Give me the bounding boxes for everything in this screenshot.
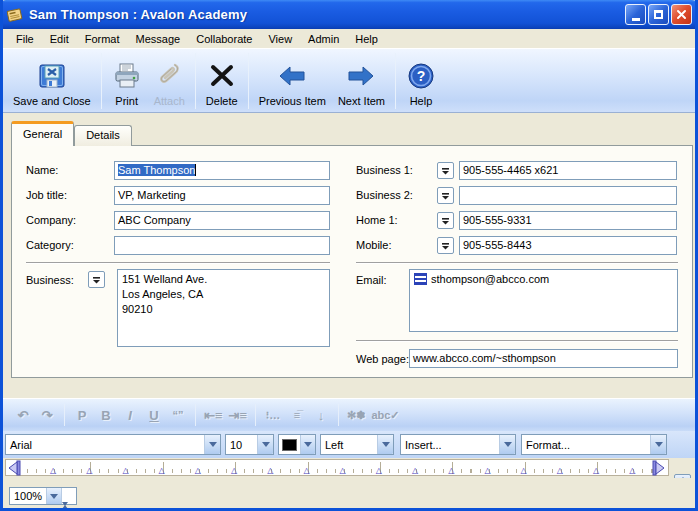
redo-icon[interactable]: ↷ (35, 404, 59, 426)
tab-stop-marker[interactable]: △ (412, 466, 418, 475)
home1-type-dropdown[interactable] (437, 212, 454, 229)
attach-button[interactable]: Attach (148, 53, 191, 109)
tab-stop-marker[interactable]: △ (448, 466, 454, 475)
paragraph-style-icon[interactable]: P (70, 404, 94, 426)
print-button[interactable]: Print (106, 53, 148, 109)
section-divider (26, 262, 330, 264)
format-combo[interactable]: Format... (521, 434, 667, 455)
category-label: Category: (26, 239, 74, 251)
menu-edit[interactable]: Edit (42, 31, 77, 47)
help-button[interactable]: ? Help (400, 53, 442, 109)
email-value: sthompson@abcco.com (431, 273, 549, 285)
dropdown-arrow-icon[interactable] (204, 435, 220, 454)
toolbar-separator (195, 404, 196, 426)
tab-stop-marker[interactable]: △ (629, 466, 635, 475)
font-size-combo[interactable]: 10 (225, 434, 274, 455)
category-input[interactable] (114, 236, 330, 255)
maximize-button[interactable] (648, 4, 669, 25)
business2-type-dropdown[interactable] (437, 187, 454, 204)
zoom-dropdown-button[interactable] (46, 488, 61, 504)
phone-type-dropdown-icon (441, 167, 450, 175)
email-list[interactable]: sthompson@abcco.com (409, 269, 678, 332)
insert-symbol-icon[interactable]: ✻✽ (344, 404, 368, 426)
tab-stop-marker[interactable]: △ (122, 466, 128, 475)
insert-value: Insert... (401, 439, 499, 451)
previous-item-button[interactable]: Previous Item (253, 53, 332, 109)
close-button[interactable] (671, 4, 692, 25)
format-value: Format... (522, 439, 650, 451)
italic-icon[interactable]: I (118, 404, 142, 426)
delete-button[interactable]: Delete (200, 53, 244, 109)
company-input[interactable]: ABC Company (114, 211, 330, 230)
job-title-input[interactable]: VP, Marketing (114, 186, 330, 205)
address-type-dropdown[interactable] (88, 271, 105, 288)
business1-input[interactable]: 905-555-4465 x621 (459, 161, 677, 180)
tab-stop-marker[interactable]: △ (593, 466, 599, 475)
contact-card-icon (6, 7, 24, 23)
font-family-combo[interactable]: Arial (5, 434, 221, 455)
menu-format[interactable]: Format (77, 31, 128, 47)
tab-details[interactable]: Details (74, 125, 132, 146)
title-bar[interactable]: Sam Thompson : Avalon Academy (0, 0, 698, 29)
tab-stop-icon[interactable]: ⁝… (261, 404, 285, 426)
toolbar-separator (248, 53, 249, 109)
tab-strip: General Details (11, 121, 132, 146)
dropdown-arrow-icon[interactable] (377, 435, 393, 454)
zoom-control[interactable]: 100% (9, 487, 77, 505)
business2-input[interactable] (459, 186, 677, 205)
left-indent-marker[interactable] (7, 460, 22, 480)
tab-stop-marker[interactable]: △ (231, 466, 237, 475)
save-and-close-button[interactable]: Save and Close (7, 53, 97, 109)
bold-icon[interactable]: B (94, 404, 118, 426)
tab-stop-marker[interactable]: △ (376, 466, 382, 475)
undo-icon[interactable]: ↶ (11, 404, 35, 426)
insert-combo[interactable]: Insert... (400, 434, 516, 455)
menu-collaborate[interactable]: Collaborate (188, 31, 260, 47)
underline-icon[interactable]: U (142, 404, 166, 426)
dropdown-arrow-icon[interactable] (499, 435, 515, 454)
tab-stop-marker[interactable]: △ (267, 466, 273, 475)
font-color-combo[interactable] (278, 434, 316, 455)
name-input[interactable]: Sam Thompson (114, 161, 330, 180)
quote-icon[interactable]: “” (166, 404, 190, 426)
menu-view[interactable]: View (260, 31, 300, 47)
tab-general[interactable]: General (11, 121, 74, 146)
spell-check-icon[interactable]: abc✓ (368, 404, 402, 426)
toolbar-button-label: Help (410, 95, 433, 107)
home1-input[interactable]: 905-555-9331 (459, 211, 677, 230)
menu-file[interactable]: File (8, 31, 42, 47)
font-family-value: Arial (6, 439, 204, 451)
tab-stop-marker[interactable]: △ (50, 466, 56, 475)
menu-help[interactable]: Help (347, 31, 386, 47)
dropdown-arrow-icon[interactable] (650, 435, 666, 454)
mobile-input[interactable]: 905-555-8443 (459, 236, 677, 255)
dropdown-arrow-icon[interactable] (257, 435, 273, 454)
business1-type-dropdown[interactable] (437, 162, 454, 179)
tab-stop-marker[interactable]: △ (557, 466, 563, 475)
menu-admin[interactable]: Admin (300, 31, 347, 47)
tab-stop-marker[interactable]: △ (521, 466, 527, 475)
move-down-icon[interactable]: ↓ (309, 404, 333, 426)
ruler[interactable]: △△△△△△△△△△△△△△△△△ (5, 459, 669, 476)
margin-icon[interactable]: ≡̅ (285, 404, 309, 426)
tab-stop-marker[interactable]: △ (195, 466, 201, 475)
menu-message[interactable]: Message (128, 31, 189, 47)
alignment-combo[interactable]: Left (320, 434, 394, 455)
business-address-textarea[interactable]: 151 Welland Ave. Los Angeles, CA 90210 (117, 269, 330, 347)
outdent-icon[interactable]: ⇤≡ (201, 404, 225, 426)
mobile-type-dropdown[interactable] (437, 237, 454, 254)
toolbar-separator (195, 53, 196, 109)
right-margin-marker[interactable] (651, 460, 666, 480)
next-item-button[interactable]: Next Item (332, 53, 391, 109)
indent-icon[interactable]: ⇥≡ (225, 404, 249, 426)
tab-stop-marker[interactable]: △ (303, 466, 309, 475)
zoom-spinner[interactable] (61, 488, 76, 504)
tab-stop-marker[interactable]: △ (86, 466, 92, 475)
tab-stop-marker[interactable]: △ (159, 466, 165, 475)
web-page-input[interactable]: www.abcco.com/~sthompson (409, 349, 678, 368)
minimize-button[interactable] (625, 4, 646, 25)
dropdown-arrow-icon[interactable] (300, 435, 315, 454)
email-list-item[interactable]: sthompson@abcco.com (414, 273, 673, 285)
tab-stop-marker[interactable]: △ (340, 466, 346, 475)
tab-stop-marker[interactable]: △ (484, 466, 490, 475)
